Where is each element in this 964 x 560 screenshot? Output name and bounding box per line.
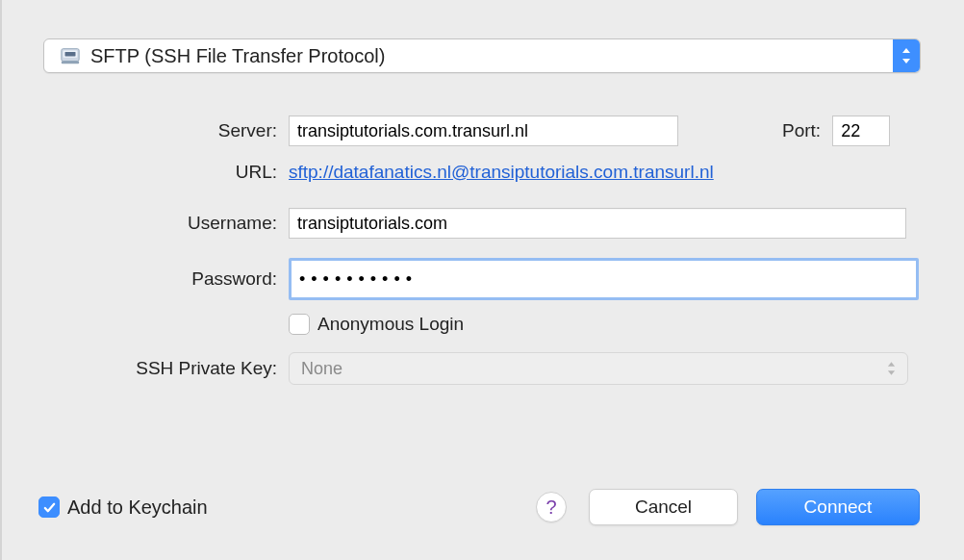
connect-button[interactable]: Connect (756, 489, 920, 525)
password-row: Password: (0, 258, 964, 300)
anonymous-row: Anonymous Login (0, 314, 964, 335)
anonymous-checkbox[interactable] (289, 314, 310, 335)
sshkey-select[interactable]: None (289, 352, 908, 385)
keychain-checkbox[interactable] (38, 496, 60, 518)
help-button[interactable]: ? (536, 492, 567, 522)
url-label: URL: (0, 162, 289, 183)
username-row: Username: (0, 208, 964, 239)
protocol-select[interactable]: SFTP (SSH File Transfer Protocol) (43, 38, 921, 73)
footer: Add to Keychain ? Cancel Connect (0, 454, 964, 560)
svg-rect-2 (65, 52, 76, 57)
keychain-label: Add to Keychain (67, 496, 208, 519)
disk-icon (60, 45, 81, 66)
port-label: Port: (782, 120, 821, 141)
password-focus-ring (289, 258, 919, 300)
sshkey-value: None (301, 359, 342, 379)
password-label: Password: (0, 268, 289, 290)
protocol-label: SFTP (SSH File Transfer Protocol) (90, 45, 385, 67)
updown-caret-icon (887, 362, 896, 375)
server-row: Server: Port: (0, 115, 964, 146)
server-input[interactable] (289, 115, 678, 146)
svg-rect-3 (62, 62, 79, 64)
sshkey-row: SSH Private Key: None (0, 352, 964, 385)
server-label: Server: (0, 120, 289, 141)
url-row: URL: sftp://datafanatics.nl@transiptutor… (0, 162, 964, 183)
username-input[interactable] (289, 208, 906, 239)
connection-dialog: SFTP (SSH File Transfer Protocol) Server… (0, 0, 964, 560)
username-label: Username: (0, 213, 289, 234)
cancel-button[interactable]: Cancel (589, 489, 738, 525)
dropdown-caret-icon (893, 39, 920, 72)
port-input[interactable] (832, 115, 890, 146)
sshkey-label: SSH Private Key: (0, 358, 289, 379)
url-link[interactable]: sftp://datafanatics.nl@transiptutorials.… (289, 162, 714, 183)
keychain-group: Add to Keychain (38, 496, 208, 519)
password-input[interactable] (299, 261, 908, 297)
anonymous-label: Anonymous Login (317, 314, 464, 335)
